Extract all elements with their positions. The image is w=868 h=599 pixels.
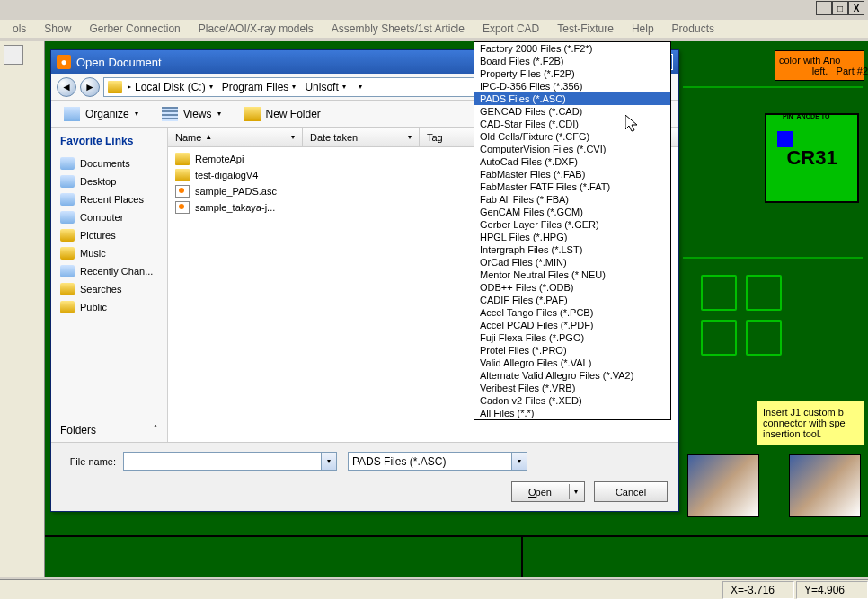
filetype-option[interactable]: GenCAM Files (*.GCM): [474, 206, 670, 218]
favorite-pictures[interactable]: Pictures: [51, 226, 167, 244]
filename-label: File name:: [62, 456, 116, 467]
favorite-computer[interactable]: Computer: [51, 208, 167, 226]
filetype-option[interactable]: Factory 2000 Files (*.F2*): [474, 42, 670, 55]
thumbnail-1[interactable]: [687, 454, 759, 517]
menu-show[interactable]: Show: [35, 21, 80, 37]
maximize-button[interactable]: □: [832, 1, 848, 15]
menu-assembly[interactable]: Assembly Sheets/1st Article: [323, 21, 474, 37]
file-name: test-digalogV4: [195, 170, 258, 181]
filename-drop-button[interactable]: ▾: [321, 453, 336, 470]
cancel-button[interactable]: Cancel: [594, 481, 668, 502]
filetype-option[interactable]: Board Files (*.F2B): [474, 55, 670, 67]
svg-marker-0: [625, 115, 637, 131]
crumb-current[interactable]: ▾: [351, 83, 366, 91]
close-button[interactable]: X: [848, 1, 864, 15]
views-button[interactable]: Views ▾: [156, 105, 226, 123]
filetype-option[interactable]: Gerber Layer Files (*.GER): [474, 218, 670, 231]
filetype-option[interactable]: Mentor Neutral Files (*.NEU): [474, 269, 670, 281]
filetype-dropdown-list[interactable]: Factory 2000 Files (*.F2*)Board Files (*…: [474, 41, 671, 420]
filetype-option[interactable]: AutoCad Files (*.DXF): [474, 155, 670, 168]
filetype-option[interactable]: ODB++ Files (*.ODB): [474, 281, 670, 294]
filetype-option[interactable]: IPC-D-356 Files (*.356): [474, 80, 670, 92]
filetype-option[interactable]: Intergraph Files (*.LST): [474, 243, 670, 256]
organize-icon: [64, 107, 80, 121]
menu-gerber[interactable]: Gerber Connection: [80, 21, 189, 37]
crumb-unisoft[interactable]: Unisoft▾: [301, 81, 349, 93]
file-icon: [175, 201, 190, 214]
favorite-icon: [60, 301, 75, 313]
file-name: RemoteApi: [195, 154, 244, 164]
filetype-option[interactable]: ComputerVision Files (*.CVI): [474, 143, 670, 155]
favorite-public[interactable]: Public: [51, 298, 167, 316]
crumb-localdisk[interactable]: ▸Local Disk (C:)▾: [124, 81, 217, 93]
app-icon: ●: [57, 55, 71, 69]
views-icon: [162, 107, 178, 121]
left-toolbar: [0, 41, 45, 577]
file-name: sample_PADS.asc: [195, 186, 277, 197]
filetype-option[interactable]: Fuji Flexa Files (*.PGO): [474, 331, 670, 344]
filetype-option[interactable]: Valid Allegro Files (*.VAL): [474, 357, 670, 369]
menu-testfixture[interactable]: Test-Fixture: [548, 21, 623, 37]
favorite-icon: [60, 193, 75, 206]
menu-place[interactable]: Place/AOI/X-ray models: [190, 21, 323, 37]
favorite-label: Documents: [80, 158, 130, 169]
folders-toggle[interactable]: Folders ˄: [51, 418, 167, 442]
filetype-option[interactable]: Property Files (*.F2P): [474, 67, 670, 80]
favorites-pane: Favorite Links DocumentsDesktopRecent Pl…: [51, 128, 168, 442]
status-x: X=-3.716: [722, 581, 794, 599]
menu-tools[interactable]: ols: [4, 21, 35, 37]
favorite-icon: [60, 265, 75, 277]
file-icon: [175, 185, 190, 198]
filetype-option[interactable]: HPGL Files (*.HPG): [474, 231, 670, 243]
favorite-label: Desktop: [80, 176, 116, 187]
nav-back-button[interactable]: ◄: [57, 77, 76, 97]
status-bar: X=-3.716 Y=4.906: [0, 579, 868, 599]
filetype-option[interactable]: OrCad Files (*.MIN): [474, 256, 670, 269]
filetype-option[interactable]: All Files (*.*): [474, 407, 670, 419]
favorite-desktop[interactable]: Desktop: [51, 172, 167, 190]
filetype-option[interactable]: Cadon v2 Files (*.XED): [474, 394, 670, 407]
filetype-option[interactable]: FabMaster Files (*.FAB): [474, 168, 670, 181]
folder-icon: [175, 169, 190, 181]
favorite-searches[interactable]: Searches: [51, 280, 167, 298]
menu-products[interactable]: Products: [663, 21, 723, 37]
pointer-tool[interactable]: [4, 45, 23, 65]
cr31-label: CR31: [786, 146, 837, 170]
filetype-drop-button[interactable]: ▾: [511, 453, 527, 470]
filetype-option[interactable]: CADIF Files (*.PAF): [474, 294, 670, 306]
menu-help[interactable]: Help: [623, 21, 663, 37]
favorite-recent-places[interactable]: Recent Places: [51, 190, 167, 208]
filetype-value: PADS Files (*.ASC): [352, 455, 446, 468]
chevron-up-icon: ˄: [153, 424, 158, 436]
column-name[interactable]: Name▲▾: [168, 128, 303, 146]
filetype-option[interactable]: PADS Files (*.ASC): [474, 92, 670, 105]
pin-anode-marker: [777, 131, 793, 147]
menubar: ols Show Gerber Connection Place/AOI/X-r…: [0, 20, 868, 38]
new-folder-button[interactable]: New Folder: [239, 105, 326, 123]
filetype-option[interactable]: Veribest Files (*.VRB): [474, 382, 670, 394]
column-date[interactable]: Date taken▾: [303, 128, 420, 146]
thumbnail-2[interactable]: [789, 454, 861, 517]
nav-forward-button[interactable]: ►: [80, 77, 100, 97]
favorite-label: Searches: [80, 284, 121, 295]
minimize-button[interactable]: _: [816, 1, 832, 15]
folders-label: Folders: [60, 424, 96, 436]
filetype-option[interactable]: Fab All Files (*.FBA): [474, 193, 670, 206]
organize-button[interactable]: Organize ▾: [58, 105, 144, 123]
pin-anode-label: PIN_ANODE TO: [783, 113, 829, 119]
filetype-option[interactable]: FabMaster FATF Files (*.FAT): [474, 181, 670, 193]
favorite-recently-chan-[interactable]: Recently Chan...: [51, 262, 167, 280]
favorite-label: Recently Chan...: [80, 266, 153, 277]
filetype-option[interactable]: Protel Files (*.PRO): [474, 344, 670, 357]
favorite-music[interactable]: Music: [51, 244, 167, 262]
filetype-option[interactable]: Alternate Valid Allegro Files (*.VA2): [474, 369, 670, 382]
filetype-option[interactable]: Accel PCAD Files (*.PDF): [474, 319, 670, 331]
filetype-combo[interactable]: PADS Files (*.ASC) ▾: [348, 452, 527, 471]
favorite-label: Pictures: [80, 230, 116, 241]
open-button[interactable]: Open: [511, 481, 585, 502]
filetype-option[interactable]: Accel Tango Files (*.PCB): [474, 306, 670, 319]
favorite-documents[interactable]: Documents: [51, 154, 167, 172]
crumb-programfiles[interactable]: Program Files▾: [218, 81, 300, 93]
menu-export[interactable]: Export CAD: [474, 21, 548, 37]
filename-combo[interactable]: ▾: [123, 452, 337, 471]
